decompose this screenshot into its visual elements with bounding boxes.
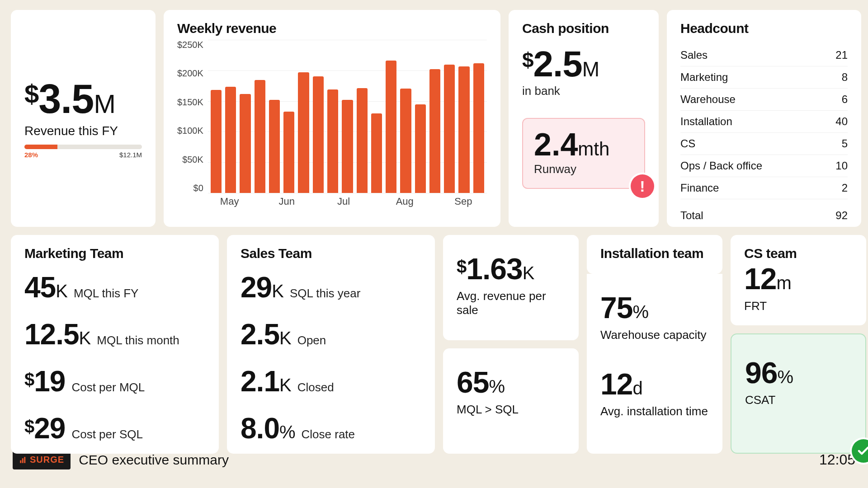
bar: [298, 72, 309, 193]
metric-number: 2.1: [241, 365, 279, 398]
cash-value: $2.5M: [522, 46, 645, 82]
csat-number: 96: [745, 356, 777, 389]
revenue-fy-unit: M: [94, 89, 115, 118]
x-tick: Aug: [396, 196, 414, 207]
currency-prefix: $: [457, 257, 466, 277]
headcount-row-value: 21: [835, 49, 848, 61]
currency-prefix: $: [24, 79, 38, 108]
installation-title-card: Installation team: [587, 235, 722, 274]
y-tick: $250K: [177, 40, 203, 50]
warehouse-capacity-card: 75% Warehouse capacity 12d Avg. installa…: [587, 274, 722, 454]
headcount-row-label: Warehouse: [680, 93, 736, 106]
clock: 12:05: [819, 451, 855, 468]
runway-unit: mth: [578, 138, 609, 160]
headcount-rows: Sales21Marketing8Warehouse6Installation4…: [680, 44, 848, 199]
install-time-value: 12d: [600, 369, 709, 399]
metric-label: Cost per MQL: [71, 380, 145, 394]
sales-title: Sales Team: [241, 246, 421, 261]
avg-revenue-value: $1.63K: [457, 254, 565, 284]
headcount-row-value: 8: [842, 71, 848, 84]
metric-value: $29: [24, 414, 65, 443]
headcount-row: Sales21: [680, 44, 848, 66]
headcount-row-label: Marketing: [680, 71, 728, 84]
bar: [313, 76, 324, 193]
x-tick: Jul: [337, 196, 350, 207]
weekly-revenue-title: Weekly revenue: [177, 21, 487, 36]
progress-fill: [24, 145, 57, 149]
metric-unit: K: [56, 281, 67, 301]
headcount-total-value: 92: [835, 209, 848, 222]
progress-pct: 28%: [24, 151, 38, 159]
marketing-title: Marketing Team: [24, 246, 205, 261]
runway-label: Runway: [534, 162, 633, 176]
bar: [240, 94, 250, 193]
bar: [255, 80, 265, 193]
metric-unit: K: [272, 281, 283, 301]
alert-icon: !: [631, 174, 654, 198]
metric-label: MQL this FY: [74, 286, 139, 300]
metric-number: 12.5: [24, 318, 79, 351]
revenue-fy-label: Revenue this FY: [24, 124, 142, 138]
metric-label: MQL this month: [97, 333, 179, 347]
x-tick: May: [220, 196, 239, 207]
sales-card: Sales Team 29KSQL this year2.5KOpen2.1KC…: [227, 235, 435, 454]
bar: [415, 104, 426, 193]
cs-frt-card: CS team 12m FRT: [731, 235, 866, 325]
warehouse-capacity-value: 75%: [600, 293, 709, 323]
x-tick: Jun: [278, 196, 294, 207]
headcount-row-label: Finance: [680, 182, 719, 194]
progress-labels: 28% $12.1M: [24, 151, 142, 159]
row-two: Marketing Team 45KMQL this FY12.5KMQL th…: [11, 235, 861, 443]
currency-prefix: $: [522, 48, 533, 72]
mql-sql-unit: %: [489, 376, 505, 396]
y-tick: $100K: [177, 126, 203, 136]
surge-logo-icon: [19, 456, 27, 464]
metric-prefix: $: [24, 370, 34, 389]
bar: [458, 66, 469, 193]
avg-revenue-card: $1.63K Avg. revenue per sale: [443, 235, 579, 340]
bar: [211, 90, 222, 193]
frt-value: 12m: [744, 264, 853, 294]
metric-number: 29: [241, 271, 272, 304]
headcount-total-row: Total 92: [680, 199, 848, 226]
frt-label: FRT: [744, 299, 853, 313]
headcount-row: Installation40: [680, 111, 848, 133]
metric-row: 8.0%Close rate: [241, 414, 421, 443]
install-time-label: Avg. installation time: [600, 404, 709, 418]
metric-value: $19: [24, 367, 65, 396]
metric-value: 2.1K: [241, 367, 291, 396]
dashboard-grid: $3.5M Revenue this FY 28% $12.1M Weekly …: [0, 0, 868, 443]
cs-column: CS team 12m FRT 96% CSAT: [731, 235, 866, 454]
headcount-title: Headcount: [680, 21, 848, 36]
x-axis: MayJunJulAugSep: [208, 196, 487, 209]
csat-unit: %: [777, 367, 793, 387]
bar: [429, 69, 440, 193]
frt-number: 12: [744, 262, 776, 296]
bar: [283, 112, 294, 193]
metric-prefix: $: [24, 417, 34, 436]
metric-unit: K: [279, 328, 291, 348]
y-tick: $200K: [177, 68, 203, 79]
headcount-row: CS5: [680, 133, 848, 155]
revenue-fy-card: $3.5M Revenue this FY 28% $12.1M: [11, 10, 156, 227]
metric-value: 29K: [241, 273, 283, 302]
y-tick: $0: [177, 183, 203, 193]
mql-sql-number: 65: [457, 366, 489, 399]
metric-number: 45: [24, 271, 56, 304]
cash-position-card: Cash position $2.5M in bank 2.4mth Runwa…: [509, 10, 659, 227]
page-title: CEO executive summary: [79, 452, 229, 468]
warehouse-capacity-unit: %: [632, 302, 648, 322]
metric-label: Cost per SQL: [71, 427, 143, 441]
bar: [386, 61, 396, 193]
metric-label: Open: [297, 333, 326, 347]
metric-label: SQL this year: [290, 286, 361, 300]
bar: [357, 88, 368, 193]
metric-row: 2.1KClosed: [241, 367, 421, 396]
mql-sql-value: 65%: [457, 367, 565, 397]
cash-sub: in bank: [522, 84, 645, 98]
revenue-fy-value: $3.5M: [24, 79, 142, 119]
bar: [269, 100, 280, 193]
metric-value: 8.0%: [241, 414, 295, 443]
mql-sql-label: MQL > SQL: [457, 403, 565, 417]
brand-logo-text: SURGE: [30, 455, 64, 465]
